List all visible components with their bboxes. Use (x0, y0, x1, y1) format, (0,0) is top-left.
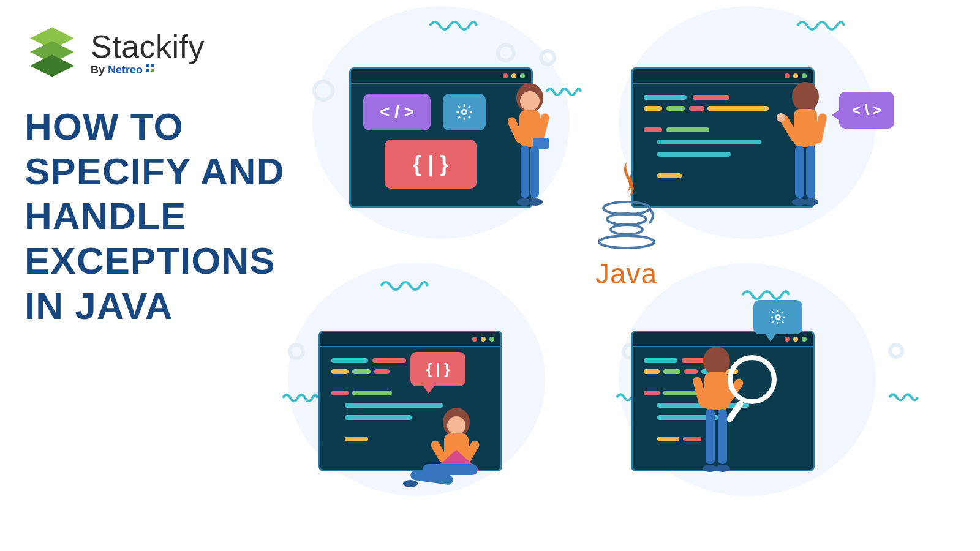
svg-point-34 (403, 480, 418, 487)
svg-point-7 (462, 110, 467, 114)
title-line-4: EXCEPTIONS (24, 238, 288, 283)
java-icon (593, 159, 660, 251)
person-illustration (772, 80, 839, 220)
gear-symbol (443, 94, 486, 130)
person-illustration (674, 343, 784, 490)
squiggle-icon (796, 18, 845, 33)
svg-point-49 (599, 236, 654, 248)
svg-marker-2 (30, 55, 74, 77)
svg-point-17 (528, 198, 543, 206)
svg-rect-5 (146, 69, 149, 72)
left-column: Stackify By Netreo HOW TO SPECIFY AND HA… (24, 24, 288, 328)
bubble-text: { | } (426, 361, 450, 378)
svg-rect-6 (151, 69, 154, 72)
squiggle-icon (380, 279, 429, 293)
speech-bubble (753, 300, 802, 334)
page-title: HOW TO SPECIFY AND HANDLE EXCEPTIONS IN … (24, 104, 288, 328)
svg-rect-42 (706, 409, 715, 464)
svg-point-26 (804, 198, 818, 206)
svg-point-9 (520, 91, 540, 111)
svg-point-36 (703, 347, 730, 376)
braces-symbol: { | } (385, 140, 477, 189)
squiggle-icon (429, 18, 478, 33)
gear-icon (769, 309, 786, 326)
title-line-1: HOW TO (24, 104, 288, 149)
svg-rect-43 (718, 409, 727, 464)
java-logo: Java (582, 159, 671, 290)
byline-prefix: By (91, 64, 108, 76)
ring-icon (496, 43, 516, 62)
netreo-icon (146, 64, 154, 72)
byline-company: Netreo (108, 64, 143, 76)
squiggle-icon (282, 392, 318, 404)
svg-point-18 (792, 82, 819, 111)
svg-rect-14 (521, 146, 529, 198)
person-illustration (398, 404, 521, 502)
ring-icon (312, 80, 334, 102)
speech-bubble: < \ > (839, 92, 894, 129)
logo: Stackify By Netreo (24, 24, 288, 80)
svg-point-45 (715, 465, 730, 472)
svg-rect-4 (151, 64, 154, 67)
svg-rect-15 (530, 146, 539, 198)
stackify-logo-icon (24, 24, 80, 80)
ring-icon (288, 343, 305, 360)
speech-bubble: { | } (410, 352, 466, 386)
title-line-5: IN JAVA (24, 283, 288, 328)
title-line-3: HANDLE (24, 193, 288, 238)
svg-point-48 (611, 225, 643, 234)
svg-rect-23 (795, 146, 804, 198)
squiggle-icon (888, 392, 919, 403)
gear-icon (455, 103, 473, 121)
brand-byline: By Netreo (91, 64, 205, 77)
svg-point-28 (447, 416, 466, 435)
person-illustration (502, 80, 564, 220)
ring-icon (539, 49, 556, 66)
svg-rect-3 (146, 64, 149, 67)
svg-point-22 (777, 113, 785, 122)
illustration-area: < / > { | } (288, 0, 980, 551)
title-line-2: SPECIFY AND (24, 149, 288, 193)
svg-rect-24 (806, 146, 815, 198)
svg-point-44 (703, 465, 717, 472)
code-tag-symbol: < / > (363, 94, 431, 130)
brand-name: Stackify (91, 28, 205, 65)
java-label: Java (582, 257, 671, 290)
ring-icon (888, 343, 904, 359)
svg-point-35 (776, 315, 780, 320)
bubble-text: < \ > (852, 102, 881, 119)
